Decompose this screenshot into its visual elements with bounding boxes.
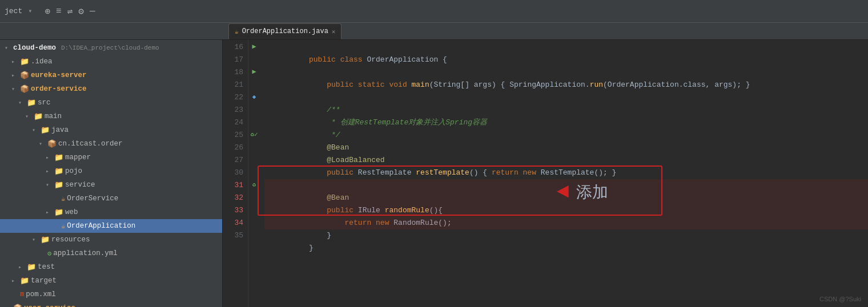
toolbar-icon-list[interactable]: ≡: [56, 6, 62, 17]
sidebar-item-web[interactable]: 📁 web: [0, 205, 222, 219]
sidebar-item-service[interactable]: 📁 service: [0, 178, 222, 192]
pojo-folder-icon: 📁: [54, 167, 63, 176]
pom-label: pom.xml: [26, 290, 56, 298]
ln-22: 22: [223, 91, 243, 104]
gutter-16[interactable]: ▶: [248, 40, 260, 52]
gutter-25[interactable]: ♻ ✓: [248, 128, 260, 140]
gutter-31[interactable]: ♻: [248, 178, 260, 191]
toolbar-icon-add[interactable]: ⊕: [45, 6, 50, 17]
service-folder-icon: 📁: [54, 180, 63, 189]
toolbar-icon-settings[interactable]: ⚙: [78, 6, 84, 17]
sidebar-item-orderservice[interactable]: ☕ OrderService: [0, 192, 222, 205]
java-folder-icon: 📁: [41, 126, 50, 135]
code-line-26: @LoadBalanced: [264, 142, 868, 154]
code-line-18: public static void main(String[] args) {…: [264, 66, 868, 79]
sidebar-item-main[interactable]: 📁 main: [0, 110, 222, 123]
sidebar-item-pojo[interactable]: 📁 pojo: [0, 164, 222, 178]
order-service-arrow: [11, 86, 18, 92]
ln-30: 30: [223, 167, 243, 179]
folder-icon: 📁: [20, 57, 29, 66]
oa-label: OrderApplication: [67, 222, 135, 230]
sidebar-root[interactable]: cloud-demo D:\IDEA_project\cloud-demo: [0, 41, 222, 55]
target-arrow: [11, 277, 18, 284]
code-line-24: */: [264, 116, 868, 129]
code-line-35: }: [264, 229, 868, 242]
tab-bar: ☕ OrderApplication.java ✕: [0, 23, 868, 40]
code-lines: public class OrderApplication { public s…: [260, 40, 868, 307]
ln-16: 16: [223, 41, 243, 54]
sidebar-item-yml[interactable]: ⚙ application.yml: [0, 247, 222, 260]
code-line-34: }: [264, 217, 868, 229]
gutter-27: [248, 153, 260, 165]
toolbar-icon-minimize[interactable]: —: [90, 6, 95, 17]
sidebar-item-mapper[interactable]: 📁 mapper: [0, 151, 222, 164]
java-arrow: [32, 127, 39, 134]
sidebar-item-src[interactable]: 📁 src: [0, 96, 222, 110]
ln-34: 34: [223, 217, 243, 229]
eureka-arrow: [11, 72, 18, 79]
sidebar-item-resources[interactable]: 📁 resources: [0, 233, 222, 247]
sidebar-item-user-service[interactable]: 📦 user-service: [0, 301, 222, 307]
tab-close-button[interactable]: ✕: [332, 28, 336, 35]
sidebar-item-idea[interactable]: 📁 .idea: [0, 55, 222, 68]
gutter-26: [248, 140, 260, 153]
gutter-34: [248, 216, 260, 228]
sidebar-item-target[interactable]: 📁 target: [0, 274, 222, 288]
package-folder-icon: 📦: [47, 139, 57, 148]
ln-23: 23: [223, 104, 243, 116]
pom-file-icon: m: [20, 290, 24, 298]
test-arrow: [18, 264, 25, 270]
user-service-arrow: [5, 305, 11, 307]
orderservice-label: OrderService: [67, 195, 118, 203]
sidebar-item-java[interactable]: 📁 java: [0, 123, 222, 137]
tab-order-application[interactable]: ☕ OrderApplication.java ✕: [228, 23, 341, 39]
code-line-33: return new RandomRule();: [264, 204, 868, 217]
ln-33: 33: [223, 204, 243, 217]
src-folder-icon: 📁: [27, 98, 36, 107]
service-label: service: [65, 181, 95, 189]
sidebar-item-order-service[interactable]: 📦 order-service: [0, 82, 222, 96]
root-path: D:\IDEA_project\cloud-demo: [61, 45, 159, 51]
code-line-17: [264, 54, 868, 66]
sidebar[interactable]: cloud-demo D:\IDEA_project\cloud-demo 📁 …: [0, 40, 223, 307]
gutter-18[interactable]: ▶: [248, 65, 260, 78]
sidebar-item-eureka-server[interactable]: 📦 eureka-server: [0, 68, 222, 82]
sidebar-item-test[interactable]: 📁 test: [0, 260, 222, 274]
toolbar-icon-sync[interactable]: ⇌: [67, 6, 73, 17]
arrow-icon: ◄: [557, 182, 569, 203]
root-arrow: [5, 45, 11, 51]
mapper-folder-icon: 📁: [54, 153, 63, 162]
gutter-24: [248, 115, 260, 128]
toolbar: ject ▾ ⊕ ≡ ⇌ ⚙ —: [0, 0, 868, 23]
gutter-30: [248, 165, 260, 178]
src-label: src: [38, 99, 51, 107]
web-label: web: [65, 208, 78, 216]
ln-35: 35: [223, 229, 243, 242]
gutter-32: [248, 191, 260, 203]
user-service-label: user-service: [24, 304, 75, 307]
sidebar-item-pom[interactable]: m pom.xml: [0, 288, 222, 301]
code-line-16: public class OrderApplication {: [264, 41, 868, 54]
package-label: cn.itcast.order: [58, 140, 123, 148]
src-arrow: [18, 99, 25, 106]
main-folder-icon: 📁: [34, 112, 43, 121]
sidebar-item-orderapplication[interactable]: ☕ OrderApplication: [0, 219, 222, 233]
package-arrow: [39, 140, 46, 147]
editor[interactable]: 16 17 18 21 22 23 24 25 26 27 30 31 32 3…: [223, 40, 868, 307]
gutter-35: [248, 228, 260, 241]
test-label: test: [38, 263, 55, 271]
gutter-21: [248, 78, 260, 90]
mapper-arrow: [46, 154, 53, 161]
dropdown-icon[interactable]: ▾: [28, 7, 32, 15]
annotation-text: 添加: [576, 181, 608, 203]
gutter-22[interactable]: ◆: [248, 90, 260, 103]
gutter: ▶ ▶ ◆ ♻ ✓: [248, 40, 260, 307]
resources-arrow: [32, 236, 39, 243]
gutter-17: [248, 52, 260, 65]
code-container: 16 17 18 21 22 23 24 25 26 27 30 31 32 3…: [223, 40, 868, 307]
sidebar-item-package[interactable]: 📦 cn.itcast.order: [0, 137, 222, 151]
ln-24: 24: [223, 116, 243, 129]
line-numbers: 16 17 18 21 22 23 24 25 26 27 30 31 32 3…: [223, 40, 248, 307]
service-arrow: [46, 181, 53, 188]
web-arrow: [46, 209, 53, 216]
